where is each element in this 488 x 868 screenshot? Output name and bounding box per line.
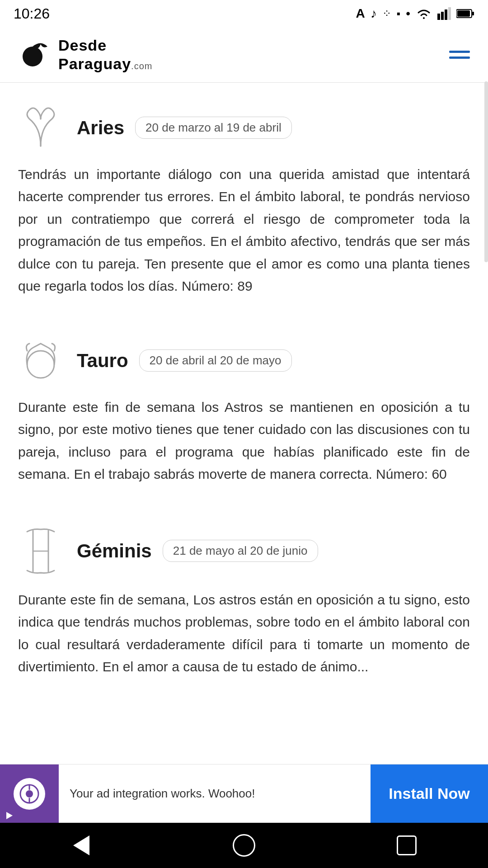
- svg-point-7: [23, 47, 42, 66]
- ad-banner: Your ad integration works. Woohoo! Insta…: [0, 764, 488, 823]
- geminis-symbol: [18, 526, 63, 576]
- top-navigation: Desde Paraguay.com: [0, 27, 488, 83]
- geminis-title-group: Géminis 21 de mayo al 20 de junio: [77, 540, 318, 562]
- hamburger-menu-button[interactable]: [449, 51, 470, 59]
- svg-rect-5: [472, 12, 474, 15]
- zodiac-header-tauro: Tauro 20 de abril al 20 de mayo: [18, 338, 470, 383]
- zodiac-section-geminis: Géminis 21 de mayo al 20 de junio Durant…: [18, 513, 470, 678]
- recent-button[interactable]: [391, 830, 422, 861]
- scrollbar[interactable]: [484, 81, 488, 262]
- tauro-name: Tauro: [77, 350, 128, 372]
- logo-text: Desde Paraguay.com: [58, 36, 152, 73]
- svg-rect-1: [441, 12, 444, 20]
- aries-symbol: [18, 105, 63, 151]
- logo: Desde Paraguay.com: [18, 36, 152, 73]
- aries-description: Tendrás un importante diálogo con una qu…: [18, 163, 470, 297]
- svg-point-13: [26, 790, 33, 797]
- zodiac-section-aries: Aries 20 de marzo al 19 de abril Tendrás…: [18, 92, 470, 297]
- notification-a-icon: A: [356, 6, 365, 21]
- back-icon: [73, 835, 89, 855]
- wifi-icon: [416, 7, 432, 20]
- play-store-icon: [2, 810, 16, 821]
- battery-icon: [456, 9, 474, 19]
- tauro-date-badge: 20 de abril al 20 de mayo: [139, 349, 292, 372]
- install-now-button[interactable]: Install Now: [371, 764, 488, 823]
- tauro-description: Durante este fin de semana los Astros se…: [18, 396, 470, 486]
- aries-name: Aries: [77, 117, 124, 139]
- ad-text: Your ad integration works. Woohoo!: [59, 787, 371, 801]
- status-icons: A ♪ ⁘ ▪ •: [356, 6, 474, 21]
- tauro-title-group: Tauro 20 de abril al 20 de mayo: [77, 349, 292, 372]
- svg-rect-3: [448, 7, 451, 20]
- bottom-navigation: [0, 823, 488, 868]
- zodiac-header-aries: Aries 20 de marzo al 19 de abril: [18, 105, 470, 151]
- signal-icon: [437, 7, 451, 20]
- geminis-description: Durante este fin de semana, Los astros e…: [18, 589, 470, 678]
- status-bar: 10:26 A ♪ ⁘ ▪ •: [0, 0, 488, 27]
- ad-app-icon: [14, 778, 45, 810]
- svg-rect-2: [445, 9, 447, 20]
- recent-icon: [397, 835, 417, 855]
- back-button[interactable]: [66, 830, 97, 861]
- status-time: 10:26: [14, 5, 50, 22]
- logo-icon: [18, 38, 52, 71]
- ad-message: Your ad integration works. Woohoo!: [70, 787, 255, 801]
- geminis-date-badge: 21 de mayo al 20 de junio: [163, 540, 318, 562]
- content-area: Aries 20 de marzo al 19 de abril Tendrás…: [0, 83, 488, 783]
- dot-icon: •: [406, 6, 410, 21]
- svg-rect-0: [437, 14, 440, 20]
- svg-point-8: [27, 351, 54, 378]
- music-icon: ♪: [371, 6, 377, 21]
- sd-icon: ▪: [397, 7, 401, 20]
- geminis-name: Géminis: [77, 540, 152, 562]
- home-button[interactable]: [228, 830, 260, 861]
- zodiac-section-tauro: Tauro 20 de abril al 20 de mayo Durante …: [18, 325, 470, 486]
- home-icon: [233, 834, 255, 857]
- dots-icon: ⁘: [382, 7, 391, 20]
- svg-rect-6: [457, 10, 470, 17]
- aries-date-badge: 20 de marzo al 19 de abril: [135, 117, 292, 139]
- aries-title-group: Aries 20 de marzo al 19 de abril: [77, 117, 292, 139]
- zodiac-header-geminis: Géminis 21 de mayo al 20 de junio: [18, 526, 470, 576]
- svg-marker-14: [6, 812, 13, 819]
- tauro-symbol: [18, 338, 63, 383]
